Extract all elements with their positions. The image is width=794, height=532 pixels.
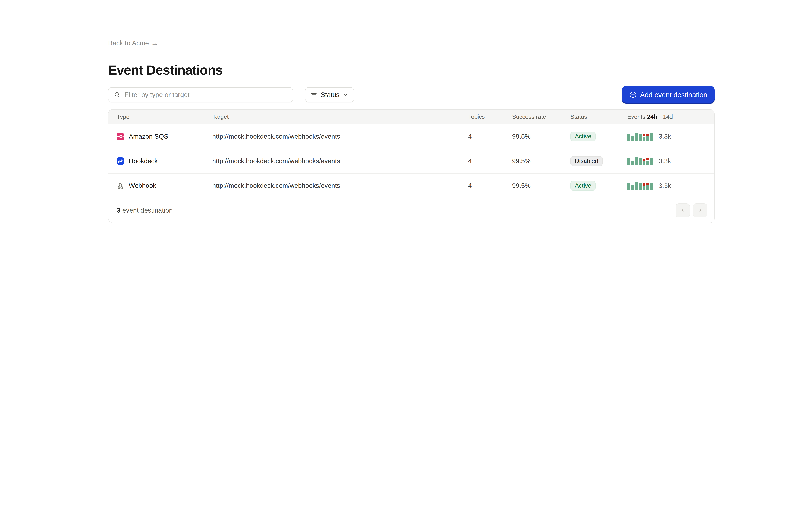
chevron-right-icon: [697, 208, 703, 213]
events-sparkline-chart: [627, 182, 653, 190]
events-count: 3.3k: [659, 157, 671, 165]
events-count: 3.3k: [659, 133, 671, 140]
arrow-right-icon: →: [151, 39, 158, 47]
event-destinations-table: Type Target Topics Success rate Status E…: [108, 109, 715, 223]
events-cell: 3.3k: [627, 157, 715, 165]
table-header-row: Type Target Topics Success rate Status E…: [109, 110, 714, 124]
destination-type-label: Amazon SQS: [129, 133, 168, 140]
column-header-topics: Topics: [468, 114, 512, 120]
column-header-type: Type: [109, 114, 212, 120]
amazon-sqs-icon: [117, 133, 124, 140]
search-box: [108, 87, 293, 102]
column-header-events: Events 24h · 14d: [627, 114, 715, 120]
status-badge: Active: [570, 132, 596, 141]
search-input[interactable]: [125, 91, 287, 99]
success-rate-cell: 99.5%: [512, 182, 570, 189]
hookdeck-icon: [117, 157, 124, 165]
events-sparkline-chart: [627, 132, 653, 141]
add-button-label: Add event destination: [640, 91, 707, 99]
column-header-status: Status: [570, 114, 627, 120]
events-label: Events: [627, 114, 645, 120]
plus-circle-icon: [629, 91, 637, 98]
target-cell: http://mock.hookdeck.com/webhooks/events: [212, 182, 468, 189]
events-period-14d-toggle[interactable]: 14d: [663, 114, 673, 120]
success-rate-cell: 99.5%: [512, 133, 570, 140]
column-header-success-rate: Success rate: [512, 114, 570, 120]
events-period-separator: ·: [659, 114, 661, 120]
type-cell: Hookdeck: [109, 157, 212, 165]
destination-type-label: Webhook: [129, 182, 156, 189]
type-cell: Amazon SQS: [109, 133, 212, 140]
webhook-icon: [117, 182, 124, 189]
events-period-24h-toggle[interactable]: 24h: [647, 114, 657, 120]
status-badge: Active: [570, 181, 596, 191]
status-filter-label: Status: [321, 91, 340, 99]
status-badge: Disabled: [570, 156, 603, 166]
target-cell: http://mock.hookdeck.com/webhooks/events: [212, 133, 468, 140]
status-cell: Active: [570, 132, 627, 141]
pagination: [676, 203, 707, 217]
destination-type-label: Hookdeck: [129, 157, 158, 165]
event-destinations-page: Back to Acme → Event Destinations Status: [0, 0, 715, 223]
table-row-hookdeck[interactable]: Hookdeck http://mock.hookdeck.com/webhoo…: [109, 149, 714, 173]
status-cell: Disabled: [570, 156, 627, 166]
page-title: Event Destinations: [108, 62, 715, 78]
chevron-down-icon: [343, 92, 348, 97]
events-sparkline-chart: [627, 157, 653, 165]
destination-count-label: event destination: [122, 207, 173, 214]
back-to-acme-link[interactable]: Back to Acme →: [108, 39, 158, 47]
events-count: 3.3k: [659, 182, 671, 189]
search-icon: [114, 92, 120, 98]
previous-page-button[interactable]: [676, 203, 690, 217]
events-cell: 3.3k: [627, 182, 715, 190]
column-header-target: Target: [212, 114, 468, 120]
target-cell: http://mock.hookdeck.com/webhooks/events: [212, 157, 468, 165]
chevron-left-icon: [680, 208, 685, 213]
type-cell: Webhook: [109, 182, 212, 189]
events-cell: 3.3k: [627, 132, 715, 141]
status-filter-button[interactable]: Status: [305, 87, 354, 102]
status-cell: Active: [570, 181, 627, 191]
toolbar: Status Add event destination: [108, 86, 715, 103]
next-page-button[interactable]: [693, 203, 707, 217]
back-link-label: Back to Acme: [108, 39, 149, 47]
filter-icon: [311, 92, 317, 98]
topics-cell: 4: [468, 182, 512, 189]
destination-count: 3: [117, 207, 120, 214]
add-event-destination-button[interactable]: Add event destination: [622, 86, 715, 103]
table-row-amazon-sqs[interactable]: Amazon SQS http://mock.hookdeck.com/webh…: [109, 124, 714, 149]
success-rate-cell: 99.5%: [512, 157, 570, 165]
table-footer: 3 event destination: [109, 198, 714, 223]
topics-cell: 4: [468, 157, 512, 165]
table-row-webhook[interactable]: Webhook http://mock.hookdeck.com/webhook…: [109, 173, 714, 198]
topics-cell: 4: [468, 133, 512, 140]
